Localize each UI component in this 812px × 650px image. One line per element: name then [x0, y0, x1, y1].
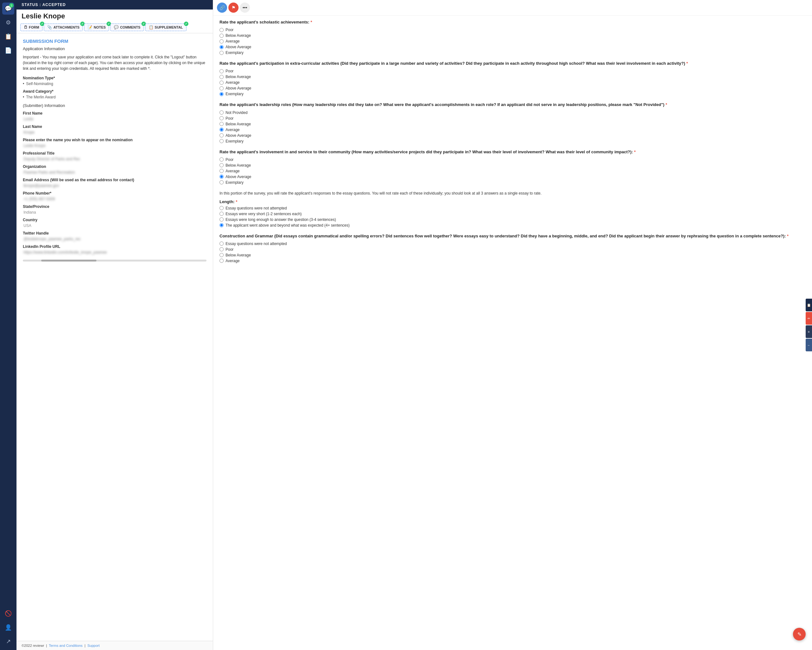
field-award-category-label: Award Category*: [23, 89, 206, 93]
sidebar: 💬 1 ⚙ 📋 📄 🚫 👤 ↗: [0, 0, 17, 650]
field-organization-value: Pawnee Parks and Recreation: [23, 170, 206, 174]
edge-tab-2[interactable]: ✏: [806, 312, 812, 325]
grammar-below-avg[interactable]: Below Average: [220, 253, 806, 257]
document-icon: 📄: [5, 47, 12, 54]
edge-tab-4[interactable]: ←: [806, 339, 812, 351]
scholastic-average[interactable]: Average: [220, 39, 806, 43]
sidebar-icon-export[interactable]: ↗: [2, 635, 14, 647]
edge-tab-1[interactable]: 📋: [806, 299, 812, 311]
leadership-required: *: [665, 102, 667, 107]
rating-community: Rate the applicant's involvement in and …: [220, 149, 806, 185]
footer-terms-link[interactable]: Terms and Conditions: [49, 644, 82, 647]
rating-scholastic: Rate the applicant's scholastic achievem…: [220, 19, 806, 55]
scholastic-poor[interactable]: Poor: [220, 28, 806, 32]
attachments-tab-icon: 📎: [47, 25, 52, 29]
field-linkedin-value: https://www.linkedin.com/in/leslie_knope…: [23, 250, 206, 255]
community-required: *: [634, 150, 636, 154]
field-country-label: Country: [23, 218, 206, 222]
footer-bar: ©2022 reviewr | Terms and Conditions | S…: [17, 641, 213, 650]
community-exemplary[interactable]: Exemplary: [220, 180, 806, 185]
field-prof-title-value: Deputy Director of Parks and Rec: [23, 157, 206, 161]
community-poor[interactable]: Poor: [220, 158, 806, 162]
essay-intro: In this portion of the survey, you will …: [220, 190, 806, 196]
status-text: STATUS : ACCEPTED: [21, 3, 66, 7]
tab-form[interactable]: 🗒 FORM ✓: [20, 23, 43, 31]
grammar-average[interactable]: Average: [220, 258, 806, 263]
extracurricular-required: *: [686, 61, 688, 66]
comments-tab-label: COMMENTS: [120, 25, 140, 29]
toolbar-flag-button[interactable]: ⚑: [228, 3, 238, 13]
toolbar-link-button[interactable]: 🔗: [217, 3, 227, 13]
supplemental-tab-label: SUPPLEMENTAL: [155, 25, 183, 29]
leadership-average[interactable]: Average: [220, 128, 806, 132]
scholastic-exemplary[interactable]: Exemplary: [220, 50, 806, 55]
extracurricular-above-avg[interactable]: Above Average: [220, 86, 806, 90]
length-very-short[interactable]: Essays were very short (1-2 sentences ea…: [220, 212, 806, 216]
tab-supplemental[interactable]: 📋 SUPPLEMENTAL ✓: [145, 23, 186, 31]
comments-tab-icon: 💬: [114, 25, 119, 29]
scroll-thumb: [41, 260, 96, 262]
sidebar-icon-document[interactable]: 📄: [2, 44, 14, 57]
toolbar-more-button[interactable]: •••: [240, 3, 250, 13]
status-bar: STATUS : ACCEPTED: [17, 0, 213, 9]
sidebar-top: 💬 1 ⚙ 📋 📄: [2, 3, 14, 606]
export-icon: ↗: [6, 638, 11, 645]
community-average[interactable]: Average: [220, 169, 806, 173]
right-edge: 📋 ✏ ≡ ←: [806, 299, 812, 351]
form-subtitle: Application Information: [23, 46, 206, 51]
field-email-value: lknope@pawnee.gov: [23, 184, 206, 188]
sidebar-icon-user[interactable]: 👤: [2, 621, 14, 633]
scholastic-above-avg[interactable]: Above Average: [220, 45, 806, 49]
float-action-button[interactable]: ✎: [793, 628, 806, 641]
extracurricular-average[interactable]: Average: [220, 80, 806, 85]
leadership-above-avg[interactable]: Above Average: [220, 133, 806, 138]
sidebar-icon-block[interactable]: 🚫: [2, 607, 14, 619]
field-organization-label: Organization: [23, 164, 206, 169]
field-award-category-value: The Merlin Award: [23, 95, 206, 99]
field-phone-label: Phone Number*: [23, 191, 206, 196]
length-not-attempted[interactable]: Essay questions were not attempted: [220, 206, 806, 210]
field-last-name-label: Last Name: [23, 124, 206, 129]
notes-tab-icon: 📝: [87, 25, 92, 29]
rating-extracurricular: Rate the applicant's participation in ex…: [220, 61, 806, 96]
main-content: STATUS : ACCEPTED Leslie Knope 🗒 FORM ✓ …: [17, 0, 812, 650]
leadership-poor[interactable]: Poor: [220, 116, 806, 121]
sidebar-icon-clipboard[interactable]: 📋: [2, 31, 14, 43]
community-below-avg[interactable]: Below Average: [220, 163, 806, 168]
attachments-tab-label: ATTACHMENTS: [53, 25, 79, 29]
leadership-exemplary[interactable]: Exemplary: [220, 139, 806, 144]
leadership-below-avg[interactable]: Below Average: [220, 122, 806, 126]
extracurricular-below-avg[interactable]: Below Average: [220, 75, 806, 79]
footer-support-link[interactable]: Support: [87, 644, 99, 647]
supplemental-tab-check: ✓: [184, 21, 188, 26]
tab-notes[interactable]: 📝 NOTES ✓: [84, 23, 109, 31]
tab-attachments[interactable]: 📎 ATTACHMENTS ✓: [44, 23, 83, 31]
right-toolbar: 🔗 ⚑ •••: [213, 0, 812, 15]
scholastic-below-avg[interactable]: Below Average: [220, 33, 806, 38]
community-above-avg[interactable]: Above Average: [220, 174, 806, 179]
tab-comments[interactable]: 💬 COMMENTS ✓: [110, 23, 144, 31]
length-long-enough[interactable]: Essays were long enough to answer the qu…: [220, 217, 806, 222]
rating-grammar: Construction and Grammar (Did essays con…: [220, 233, 806, 263]
scholastic-required: *: [311, 20, 312, 24]
extracurricular-exemplary[interactable]: Exemplary: [220, 92, 806, 96]
extracurricular-poor[interactable]: Poor: [220, 69, 806, 73]
form-tab-label: FORM: [29, 25, 39, 29]
form-title: SUBMISSION FORM: [23, 38, 206, 44]
sidebar-icon-chat[interactable]: 💬 1: [2, 3, 14, 15]
length-above-beyond[interactable]: The applicant went above and beyond what…: [220, 223, 806, 228]
grammar-required: *: [787, 234, 789, 239]
applicant-name: Leslie Knope: [17, 9, 213, 21]
rating-leadership: Rate the applicant's leadership roles (H…: [220, 102, 806, 143]
grammar-poor[interactable]: Poor: [220, 247, 806, 252]
right-content: Rate the applicant's scholastic achievem…: [213, 15, 812, 650]
grammar-not-attempted[interactable]: Essay questions were not attempted: [220, 242, 806, 246]
field-state-label: State/Province: [23, 204, 206, 209]
form-instructions: Important - You may save your applicatio…: [23, 54, 206, 72]
leadership-not-provided[interactable]: Not Provided: [220, 110, 806, 115]
scholastic-question: Rate the applicant's scholastic achievem…: [220, 19, 806, 25]
grammar-question: Construction and Grammar (Did essays con…: [220, 233, 806, 239]
edge-tab-3[interactable]: ≡: [806, 325, 812, 338]
sidebar-icon-settings[interactable]: ⚙: [2, 17, 14, 29]
field-display-name-label: Please enter the name you wish to appear…: [23, 138, 206, 142]
